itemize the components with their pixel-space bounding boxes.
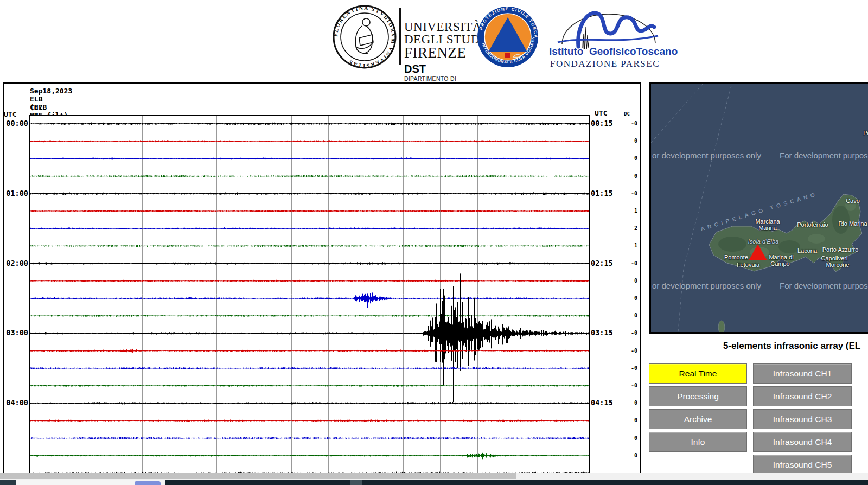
left-time-label: 00:00 [1, 119, 28, 127]
dc-value: 2 [619, 225, 637, 231]
unifi-line3: FIRENZE [404, 46, 484, 60]
blue-squiggle [578, 13, 654, 47]
dc-value: 0 [619, 400, 637, 406]
ferry-route-lines [651, 84, 731, 332]
map-label-rio-marina: Rio Marina [838, 220, 867, 227]
page: { "header": { "unifi": { "seal_text": "F… [0, 0, 868, 485]
unifi-wordmark: UNIVERSITÀ DEGLI STUDI FIRENZE DST DIPAR… [404, 21, 484, 89]
nav-button-archive[interactable]: Archive [649, 409, 747, 429]
taskbar-app-icon [135, 481, 161, 485]
right-time-label: 04:15 [591, 398, 618, 407]
right-time-label: 01:15 [591, 189, 618, 197]
map-label-po: Po [863, 130, 868, 136]
helicorder-traces-canvas [30, 116, 589, 473]
seismogram-scribble [583, 27, 589, 49]
igt-logo-mark [547, 5, 663, 49]
unifi-line2: DEGLI STUDI [404, 33, 484, 46]
map-label-cavo: Cavo [846, 197, 860, 204]
unifi-dept1: DIPARTIMENTO DI [404, 76, 484, 82]
map-label-lacona: Lacona [797, 247, 817, 254]
igt-sub: FONDAZIONE PARSEC [550, 59, 660, 69]
dc-value: -0 [619, 382, 637, 388]
map-watermark-right: For development purposes [780, 151, 868, 160]
channel-button-infrasound-ch3[interactable]: Infrasound CH3 [753, 409, 852, 429]
igt-name1: Istituto [549, 46, 583, 58]
array-location-marker[interactable] [749, 244, 767, 260]
tuscany-crest-glyph [505, 53, 510, 58]
dc-value: 0 [619, 295, 637, 301]
map-watermark-left: or development purposes only [652, 151, 761, 160]
dc-value: 0 [619, 452, 637, 458]
unifi-seal-logo: FLORENTINA STVDIORVM VNIVERSITAS [332, 4, 397, 69]
dc-value: 0 [619, 155, 637, 161]
right-time-label: 03:15 [591, 328, 618, 337]
map-label-portoferraio: Portoferraio [797, 221, 828, 228]
dc-value: -0 [619, 348, 637, 354]
unifi-line1: UNIVERSITÀ [404, 21, 484, 33]
left-time-label: 03:00 [1, 328, 28, 337]
map-label-marciana: Marciana [755, 218, 780, 225]
unifi-dst: DST [404, 63, 484, 74]
right-time-label: 02:15 [591, 259, 618, 267]
left-time-label: 02:00 [1, 259, 28, 267]
channel-button-infrasound-ch2[interactable]: Infrasound CH2 [753, 386, 852, 406]
map-label-pomonte: Pomonte [724, 254, 748, 260]
channel-button-infrasound-ch4[interactable]: Infrasound CH4 [753, 432, 852, 452]
header-logos: FLORENTINA STVDIORVM VNIVERSITAS UNIVERS… [0, 0, 868, 81]
map-label-marina-di: Marina di [769, 254, 793, 260]
dc-value: -0 [619, 120, 637, 126]
taskbar-corner [0, 480, 16, 485]
dc-value: 0 [619, 173, 637, 179]
map-watermark-right: For development purposes [780, 281, 868, 290]
left-time-label: 01:00 [1, 189, 28, 197]
dc-value: -0 [619, 190, 637, 196]
right-time-label: 00:15 [591, 119, 618, 127]
array-caption: 5-elements infrasonic array (EL [723, 341, 860, 352]
dc-header: DC [624, 111, 630, 117]
taskbar-segment [350, 480, 362, 485]
map-watermark-left: or development purposes only [652, 281, 761, 290]
map-label-campo: Campo [770, 260, 789, 267]
left-time-label: 04:00 [1, 398, 28, 407]
protezione-civile-logo: PROTEZIONE CIVILE TOSCANA INTERCOMUNALE … [476, 5, 539, 68]
map-label-isola-d-elba: Isola d'Elba [748, 238, 779, 245]
nav-button-real-time[interactable]: Real Time [649, 363, 747, 384]
small-island [718, 321, 725, 332]
plot-title-line-0: Sep18,2023 [30, 87, 72, 95]
map-inner: ARCIPELAGO TOSCANO or development purpos… [651, 84, 868, 332]
map-label-marina: Marina [758, 225, 777, 231]
map-label-capoliveri: Capoliveri [821, 255, 848, 261]
nav-button-info[interactable]: Info [649, 432, 747, 452]
horizontal-scrollbar-thumb[interactable] [0, 473, 516, 479]
channel-button-infrasound-ch5[interactable]: Infrasound CH5 [753, 455, 852, 475]
dc-value: -0 [619, 365, 637, 371]
dc-value: 1 [619, 208, 637, 214]
map-label-porto-azzurro: Porto Azzurro [822, 246, 859, 253]
dc-value: 0 [619, 138, 637, 144]
map-label-fetovaia: Fetovaia [737, 261, 760, 268]
dc-value: 0 [619, 278, 637, 284]
utc-left-header: UTC [4, 110, 16, 118]
logo-divider [399, 8, 401, 65]
nav-button-processing[interactable]: Processing [649, 386, 747, 406]
channel-button-infrasound-ch1[interactable]: Infrasound CH1 [753, 363, 852, 384]
dc-value: -0 [619, 260, 637, 266]
dc-value: 0 [619, 435, 637, 441]
map-label-morcone: Morcone [826, 261, 850, 268]
dc-value: 0 [619, 312, 637, 318]
utc-right-header: UTC [595, 109, 607, 117]
dc-value: 1 [619, 242, 637, 248]
station-map[interactable]: ARCIPELAGO TOSCANO or development purpos… [649, 82, 868, 334]
dc-value: -0 [619, 330, 637, 336]
dc-value: 0 [619, 417, 637, 423]
igt-name2: GeofisicoToscano [589, 46, 678, 58]
